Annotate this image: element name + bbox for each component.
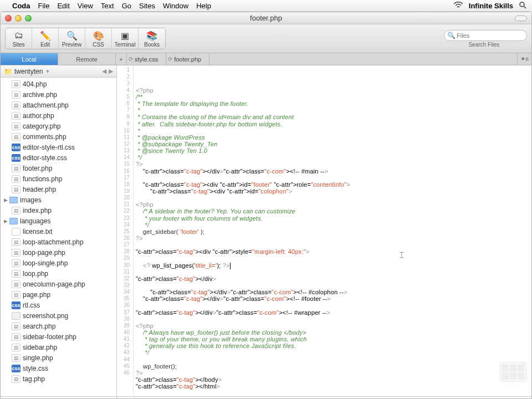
code-line[interactable]: * Contains the closing of the id=main di… [136, 114, 529, 120]
dropdown-icon[interactable]: ▼ [45, 69, 50, 74]
code-line[interactable]: * @subpackage Twenty_Ten [136, 141, 529, 147]
code-line[interactable] [136, 269, 529, 275]
file-row[interactable]: ▤archive.php [1, 89, 116, 100]
code-line[interactable]: ?> [136, 370, 529, 376]
code-line[interactable]: */ [136, 154, 529, 161]
books-button[interactable]: 📚Books [139, 28, 165, 49]
code-line[interactable]: <?php [136, 323, 529, 329]
file-row[interactable]: ▤comments.php [1, 131, 116, 142]
code-line[interactable]: "c-attr">class="c-tag"><div "c-attr">id=… [136, 188, 529, 195]
reload-icon[interactable]: ⟳ [168, 56, 172, 62]
code-line[interactable]: * tag of your theme, or you will break m… [136, 336, 529, 342]
menu-view[interactable]: View [78, 2, 93, 10]
wifi-icon[interactable] [453, 2, 463, 10]
code-line[interactable] [136, 255, 529, 262]
file-row[interactable]: ▤footer.php [1, 163, 116, 173]
code-line[interactable]: /** [136, 94, 529, 100]
code-line[interactable] [136, 195, 529, 201]
code-area[interactable]: ⌶ <?php/** * The template for displaying… [134, 65, 531, 396]
file-list[interactable]: ▤404.php▤archive.php▤attachment.php▤auth… [1, 78, 116, 396]
file-row[interactable]: csseditor-style-rtl.css [1, 142, 116, 152]
file-row[interactable]: ▤sidebar.php [1, 342, 116, 352]
file-row[interactable]: ▤search.php [1, 321, 116, 331]
code-line[interactable]: * [136, 107, 529, 114]
menu-file[interactable]: File [38, 2, 50, 10]
menu-sites[interactable]: Sites [139, 2, 155, 10]
code-line[interactable]: <? wp_list_pages('title_li='); ?> [136, 262, 529, 269]
code-editor[interactable]: 1234567891011121314151617181920212223242… [117, 65, 531, 396]
app-name[interactable]: Coda [12, 2, 30, 10]
disclosure-icon[interactable]: ▶ [4, 197, 9, 203]
code-line[interactable]: /* Always have wp_footer() just before t… [136, 329, 529, 336]
file-row[interactable]: ▤404.php [1, 79, 116, 89]
file-row[interactable]: ▤sidebar-footer.php [1, 331, 116, 342]
terminal-button[interactable]: ▣Terminal [112, 28, 139, 49]
nav-forward-button[interactable]: ▶ [109, 68, 113, 75]
tab-remote[interactable]: Remote [58, 53, 116, 65]
file-row[interactable]: ▤loop-page.php [1, 247, 116, 258]
menu-help[interactable]: Help [196, 2, 211, 10]
code-line[interactable]: <?php [136, 87, 529, 94]
file-row[interactable]: ▤tag.php [1, 374, 116, 384]
code-line[interactable]: * @since Twenty Ten 1.0 [136, 147, 529, 154]
file-row[interactable]: ▤index.php [1, 205, 116, 216]
file-row[interactable]: ▤loop-single.php [1, 258, 116, 268]
file-row[interactable]: ▤single.php [1, 352, 116, 363]
code-line[interactable]: "c-attr">class="c-tag"></div>"c-attr">cl… [136, 289, 529, 295]
file-tab-footerphp[interactable]: ⟳footer.php [166, 53, 209, 65]
titlebar[interactable]: footer.php [1, 12, 531, 24]
code-line[interactable]: "c-attr">class="c-tag"></div>"c-attr">cl… [136, 295, 529, 302]
file-row[interactable]: license.txt [1, 226, 116, 237]
code-line[interactable] [136, 175, 529, 181]
code-line[interactable] [136, 390, 529, 396]
menu-window[interactable]: Window [163, 2, 188, 10]
code-line[interactable]: * The template for displaying the footer… [136, 100, 529, 107]
code-line[interactable]: /* A sidebar in the footer? Yep. You can… [136, 208, 529, 214]
nav-back-button[interactable]: ◀ [102, 68, 106, 75]
file-row[interactable]: ▤attachment.php [1, 100, 116, 110]
code-line[interactable]: <?php [136, 201, 529, 208]
code-line[interactable]: get_sidebar( 'footer' ); [136, 228, 529, 235]
file-row[interactable]: cssrtl.css [1, 300, 116, 310]
code-line[interactable]: * your footer with four columns of widge… [136, 215, 529, 222]
tab-overflow-button[interactable]: ✦≡ [517, 53, 531, 65]
code-line[interactable] [136, 302, 529, 309]
code-line[interactable]: "c-attr">class="c-tag"></div> [136, 275, 529, 282]
css-button[interactable]: 🎨CSS [85, 28, 112, 49]
code-line[interactable]: "c-attr">class="c-tag"></div>"c-attr">cl… [136, 309, 529, 316]
code-line[interactable]: * after. Calls sidebar-footer.php for bo… [136, 121, 529, 127]
code-line[interactable]: * generally use this hook to reference J… [136, 342, 529, 349]
code-line[interactable]: "c-attr">class="c-tag"><div "c-attr">id=… [136, 181, 529, 188]
file-row[interactable]: ▤author.php [1, 110, 116, 121]
add-tab-button[interactable]: + [116, 53, 127, 65]
code-line[interactable]: "c-attr">class="c-tag"><div "c-attr">sty… [136, 248, 529, 255]
code-line[interactable] [136, 316, 529, 323]
file-row[interactable]: csseditor-style.css [1, 152, 116, 163]
code-line[interactable]: */ [136, 349, 529, 356]
code-line[interactable]: * @package WordPress [136, 134, 529, 141]
file-row[interactable]: ▤onecolumn-page.php [1, 279, 116, 289]
code-line[interactable]: ?> [136, 235, 529, 242]
code-line[interactable]: */ [136, 222, 529, 228]
code-line[interactable] [136, 282, 529, 289]
edit-button[interactable]: ✏️Edit [32, 28, 59, 49]
spotlight-icon[interactable] [519, 1, 526, 11]
code-line[interactable]: * [136, 127, 529, 134]
disclosure-icon[interactable]: ▶ [4, 218, 9, 224]
menu-go[interactable]: Go [122, 2, 131, 10]
file-row[interactable]: ▶images [1, 195, 116, 205]
sites-button[interactable]: 🗂Sites [6, 28, 32, 49]
code-line[interactable]: "c-attr">class="c-tag"></div>"c-attr">cl… [136, 168, 529, 175]
code-line[interactable]: "c-attr">class="c-tag"></body> [136, 376, 529, 383]
file-row[interactable]: cssstyle.css [1, 363, 116, 374]
file-row[interactable]: ▤loop-attachment.php [1, 237, 116, 247]
file-tab-stylecss[interactable]: ⟳style.css [127, 53, 166, 65]
file-row[interactable]: ▤functions.php [1, 173, 116, 184]
code-line[interactable] [136, 242, 529, 248]
tab-local[interactable]: Local [1, 53, 58, 65]
file-row[interactable]: ▤category.php [1, 121, 116, 131]
file-row[interactable]: ▤page.php [1, 289, 116, 300]
project-header[interactable]: 📁 twentyten ▼ ◀ ▶ [1, 65, 116, 78]
menu-text[interactable]: Text [101, 2, 114, 10]
file-row[interactable]: ▶languages [1, 216, 116, 226]
